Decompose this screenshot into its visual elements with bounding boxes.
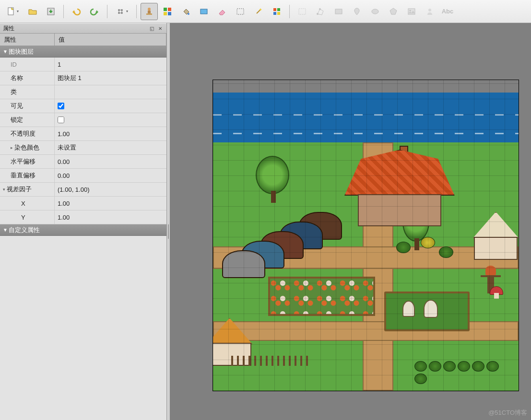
same-tile-tool-button[interactable] [268,3,285,20]
panel-detach-icon[interactable]: ◱ [148,25,155,32]
insert-text-button[interactable]: Abc [439,3,456,20]
properties-header: 属性 值 [0,34,166,46]
watermark: @51CTO博客 [488,408,527,417]
svg-rect-20 [273,8,276,11]
svg-point-31 [428,9,431,12]
svg-point-30 [410,10,411,11]
insert-template-button[interactable] [421,3,438,20]
insert-image-button[interactable] [403,3,420,20]
row-visible[interactable]: 可见 [0,99,166,113]
svg-point-17 [188,13,189,15]
tilemap-view[interactable] [212,80,519,391]
svg-rect-13 [164,8,167,11]
svg-rect-15 [164,12,167,15]
insert-rect-button[interactable] [330,3,347,20]
svg-point-25 [317,13,319,15]
save-button[interactable] [42,3,59,20]
stamp-tool-button[interactable] [141,3,158,20]
insert-ellipse-button[interactable] [366,3,384,20]
map-canvas[interactable]: @51CTO博客 [170,23,531,420]
row-tint[interactable]: ▸染色颜色 未设置 [0,141,166,155]
svg-point-28 [372,9,378,14]
chevron-down-icon: ▼ [3,49,9,54]
svg-rect-18 [201,9,207,14]
svg-rect-10 [146,13,152,15]
main-toolbar: ▾ ▾ Abc [0,0,531,23]
svg-rect-21 [277,8,280,11]
svg-rect-29 [408,9,415,14]
section-custom[interactable]: ▼ 自定义属性 [0,224,166,236]
row-id[interactable]: ID 1 [0,58,166,71]
open-button[interactable] [24,3,41,20]
redo-button[interactable] [86,3,103,20]
insert-point-button[interactable] [348,3,366,20]
header-value[interactable]: 值 [55,34,166,46]
properties-panel: 属性 ◱ ✕ 属性 值 ▼ 图块图层 ID 1 名称 图块层 1 类 [0,23,167,420]
chevron-down-icon: ▼ [3,227,9,233]
row-parallax-x[interactable]: X 1.00 [0,197,166,210]
chevron-down-icon: ▾ [3,187,5,192]
undo-button[interactable] [68,3,85,20]
row-parallax-y[interactable]: Y 1.00 [0,210,166,224]
row-offsetx[interactable]: 水平偏移 0.00 [0,155,166,169]
svg-rect-16 [168,12,171,15]
bucket-tool-button[interactable] [177,3,194,20]
row-name[interactable]: 名称 图块层 1 [0,71,166,85]
panel-title-text: 属性 [3,24,14,33]
svg-marker-4 [96,10,98,14]
terrain-tool-button[interactable] [159,3,176,20]
svg-point-12 [148,8,151,11]
svg-rect-27 [335,9,342,14]
svg-point-26 [319,8,321,10]
row-locked[interactable]: 锁定 [0,113,166,127]
edit-polygon-button[interactable] [312,3,329,20]
command-button[interactable]: ▾ [111,3,132,20]
svg-rect-24 [299,9,306,14]
svg-rect-19 [237,9,244,14]
svg-rect-14 [168,8,171,11]
header-name[interactable]: 属性 [0,34,55,46]
new-file-button[interactable]: ▾ [2,3,23,20]
svg-rect-23 [277,12,280,15]
row-opacity[interactable]: 不透明度 1.00 [0,127,166,141]
select-object-button[interactable] [294,3,311,20]
section-tile-layer[interactable]: ▼ 图块图层 [0,46,166,58]
locked-checkbox[interactable] [58,117,64,123]
panel-close-icon[interactable]: ✕ [157,25,164,32]
row-class[interactable]: 类 [0,85,166,99]
panel-title-bar: 属性 ◱ ✕ [0,23,166,34]
row-offsety[interactable]: 垂直偏移 0.00 [0,169,166,183]
rect-tool-button[interactable] [195,3,212,20]
eraser-tool-button[interactable] [213,3,231,20]
svg-rect-11 [148,11,151,13]
properties-body: ▼ 图块图层 ID 1 名称 图块层 1 类 可见 锁定 [0,46,166,420]
visible-checkbox[interactable] [58,103,64,109]
wand-tool-button[interactable] [250,3,267,20]
chevron-right-icon: ▸ [11,145,13,150]
svg-rect-22 [273,12,276,15]
insert-polygon-button[interactable] [385,3,402,20]
row-parallax[interactable]: ▾视差因子 (1.00, 1.00) [0,183,166,197]
svg-marker-3 [72,10,74,14]
marquee-tool-button[interactable] [232,3,249,20]
